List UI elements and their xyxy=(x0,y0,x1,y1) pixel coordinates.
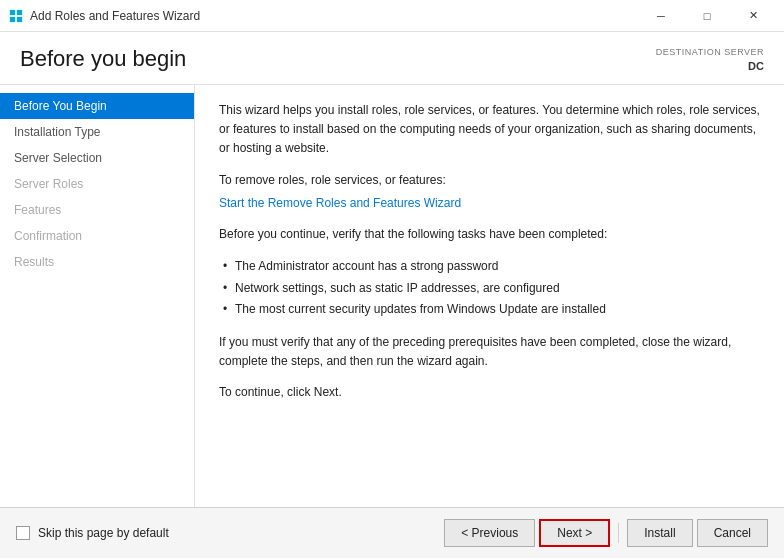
destination-label: DESTINATION SERVER xyxy=(656,46,764,59)
sidebar-item-confirmation: Confirmation xyxy=(0,223,194,249)
bullet-item-1: The Administrator account has a strong p… xyxy=(235,256,760,278)
content-area: This wizard helps you install roles, rol… xyxy=(195,85,784,507)
page-title: Before you begin xyxy=(20,46,186,72)
footer-buttons: < Previous Next > Install Cancel xyxy=(444,519,768,547)
next-button[interactable]: Next > xyxy=(539,519,610,547)
minimize-button[interactable]: ─ xyxy=(638,0,684,32)
verify-heading: Before you continue, verify that the fol… xyxy=(219,225,760,244)
svg-rect-0 xyxy=(10,9,15,14)
previous-button[interactable]: < Previous xyxy=(444,519,535,547)
app-icon xyxy=(8,8,24,24)
remove-heading: To remove roles, role services, or featu… xyxy=(219,171,760,190)
remove-wizard-link[interactable]: Start the Remove Roles and Features Wiza… xyxy=(219,196,461,210)
svg-rect-1 xyxy=(17,9,22,14)
destination-server-info: DESTINATION SERVER DC xyxy=(656,46,764,74)
intro-paragraph: This wizard helps you install roles, rol… xyxy=(219,101,760,159)
main-content: Before You Begin Installation Type Serve… xyxy=(0,85,784,507)
skip-label: Skip this page by default xyxy=(38,526,169,540)
sidebar-item-before-you-begin[interactable]: Before You Begin xyxy=(0,93,194,119)
install-button[interactable]: Install xyxy=(627,519,692,547)
page-header: Before you begin DESTINATION SERVER DC xyxy=(0,32,784,85)
bullet-item-2: Network settings, such as static IP addr… xyxy=(235,278,760,300)
window-controls: ─ □ ✕ xyxy=(638,0,776,32)
sidebar-item-results: Results xyxy=(0,249,194,275)
footer: Skip this page by default < Previous Nex… xyxy=(0,507,784,558)
sidebar-item-server-roles: Server Roles xyxy=(0,171,194,197)
sidebar-item-installation-type[interactable]: Installation Type xyxy=(0,119,194,145)
prerequisites-list: The Administrator account has a strong p… xyxy=(235,256,760,321)
bullet-item-3: The most current security updates from W… xyxy=(235,299,760,321)
sidebar: Before You Begin Installation Type Serve… xyxy=(0,85,195,507)
sidebar-item-server-selection[interactable]: Server Selection xyxy=(0,145,194,171)
verify-para: If you must verify that any of the prece… xyxy=(219,333,760,371)
svg-rect-2 xyxy=(10,16,15,21)
button-separator xyxy=(618,523,619,543)
sidebar-item-features: Features xyxy=(0,197,194,223)
skip-checkbox[interactable] xyxy=(16,526,30,540)
cancel-button[interactable]: Cancel xyxy=(697,519,768,547)
skip-area: Skip this page by default xyxy=(16,526,444,540)
title-bar: Add Roles and Features Wizard ─ □ ✕ xyxy=(0,0,784,32)
close-button[interactable]: ✕ xyxy=(730,0,776,32)
window-title: Add Roles and Features Wizard xyxy=(30,9,638,23)
svg-rect-3 xyxy=(17,16,22,21)
maximize-button[interactable]: □ xyxy=(684,0,730,32)
destination-name: DC xyxy=(656,59,764,74)
continue-para: To continue, click Next. xyxy=(219,383,760,402)
